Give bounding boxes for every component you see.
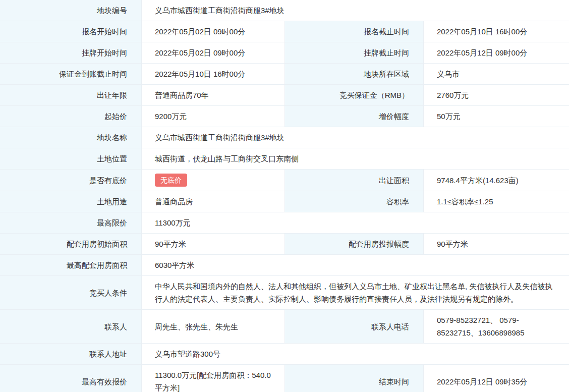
field-label: 是否有底价 [0,170,142,191]
table-row: 是否有底价无底价出让面积9748.4平方米(14.623亩) [0,170,569,191]
table-row: 起始价9200万元增价幅度50万元 [0,106,569,127]
field-label: 挂牌截止时间 [285,42,424,63]
field-label: 最高有效报价 [0,365,142,392]
table-row: 最高限价11300万元 [0,212,569,234]
field-value: 中华人民共和国境内外的自然人、法人和其他组织，但被列入义乌市土地、矿业权出让黑名… [142,276,569,309]
field-value: 2022年05月10日 16时00分 [424,21,569,42]
table-row: 报名开始时间2022年05月02日 09时00分报名截止时间2022年05月10… [0,21,569,42]
field-value: 6030平方米 [142,255,569,275]
field-label: 土地用途 [0,191,142,212]
field-value: 城西街道，伏龙山路与工商街交叉口东南侧 [142,148,569,169]
field-label: 竞买保证金（RMB） [285,85,424,105]
field-label: 保证金到账截止时间 [0,64,142,84]
field-value: 义乌市城西街道工商街沿街商服3#地块 [142,0,569,21]
field-value: 2022年05月12日 09时00分 [424,42,569,63]
field-value: 普通商品房70年 [142,85,285,105]
table-row: 保证金到账截止时间2022年05月10日 16时00分地块所在区域义乌市 [0,64,569,85]
table-row: 出让年限普通商品房70年竞买保证金（RMB）2760万元 [0,85,569,106]
field-label: 增价幅度 [285,106,424,127]
field-value: 11300.0万元[配套用房面积：540.0平方米] [142,365,285,392]
field-label: 联系人 [0,310,142,343]
field-label: 地块名称 [0,127,142,148]
field-value: 1.1≤容积率≤1.25 [424,191,569,212]
field-value: 90平方米 [142,234,285,254]
field-label: 配套用房初始面积 [0,234,142,254]
table-row: 土地位置城西街道，伏龙山路与工商街交叉口东南侧 [0,148,569,170]
land-detail-table: 地块编号义乌市城西街道工商街沿街商服3#地块报名开始时间2022年05月02日 … [0,0,569,392]
field-label: 联系人地址 [0,344,142,364]
field-value: 义乌市望道路300号 [142,344,569,364]
field-value: 11300万元 [142,212,569,233]
field-label: 联系人电话 [285,310,424,343]
field-label: 最高配套用房面积 [0,255,142,275]
table-row: 地块名称义乌市城西街道工商街沿街商服3#地块 [0,127,569,148]
field-value: 9748.4平方米(14.623亩) [424,170,569,191]
field-label: 容积率 [285,191,424,212]
table-row: 土地用途普通商品房容积率1.1≤容积率≤1.25 [0,191,569,212]
field-label: 起始价 [0,106,142,127]
field-label: 结束时间 [285,365,424,392]
field-label: 出让年限 [0,85,142,105]
field-value: 90平方米 [424,234,569,254]
field-value: 2022年05月12日 09时35分 [424,365,569,392]
table-row: 配套用房初始面积90平方米配套用房投报幅度90平方米 [0,234,569,255]
field-label: 挂牌开始时间 [0,42,142,63]
field-value: 2022年05月02日 09时00分 [142,21,285,42]
field-value: 2022年05月02日 09时00分 [142,42,285,63]
table-row: 地块编号义乌市城西街道工商街沿街商服3#地块 [0,0,569,21]
field-label: 竞买人条件 [0,276,142,309]
field-value: 2022年05月10日 16时00分 [142,64,285,84]
field-value: 9200万元 [142,106,285,127]
field-label: 土地位置 [0,148,142,169]
table-row: 联系人周先生、张先生、朱先生联系人电话0579-85232721、 0579-8… [0,310,569,344]
table-row: 竞买人条件中华人民共和国境内外的自然人、法人和其他组织，但被列入义乌市土地、矿业… [0,276,569,310]
field-value: 无底价 [142,170,285,191]
field-value: 0579-85232721、 0579-85232715、13606898985 [424,310,569,343]
field-value: 义乌市 [424,64,569,84]
field-label: 地块编号 [0,0,142,21]
table-row: 联系人地址义乌市望道路300号 [0,344,569,365]
field-value: 50万元 [424,106,569,127]
field-label: 最高限价 [0,212,142,233]
table-row: 最高配套用房面积6030平方米 [0,255,569,276]
table-row: 挂牌开始时间2022年05月02日 09时00分挂牌截止时间2022年05月12… [0,42,569,64]
field-value: 义乌市城西街道工商街沿街商服3#地块 [142,127,569,148]
field-value: 普通商品房 [142,191,285,212]
field-value: 2760万元 [424,85,569,105]
field-label: 地块所在区域 [285,64,424,84]
no-reserve-price-badge: 无底价 [155,174,187,187]
field-value: 周先生、张先生、朱先生 [142,310,285,343]
field-label: 报名开始时间 [0,21,142,42]
field-label: 配套用房投报幅度 [285,234,424,254]
field-label: 报名截止时间 [285,21,424,42]
field-label: 出让面积 [285,170,424,191]
table-row: 最高有效报价11300.0万元[配套用房面积：540.0平方米]结束时间2022… [0,365,569,392]
